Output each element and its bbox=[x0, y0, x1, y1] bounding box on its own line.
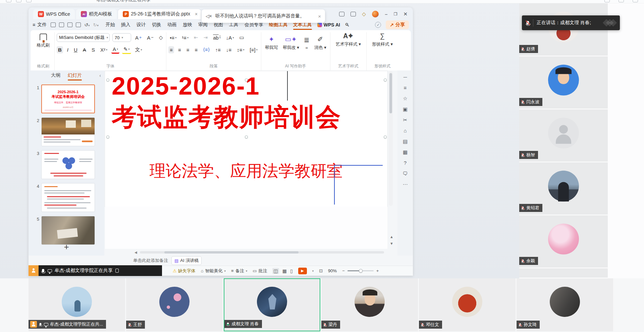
video-tile-presenter[interactable]: 牟杰-成都文理学院正在共... bbox=[29, 278, 125, 331]
justify-button[interactable]: ≡ bbox=[194, 46, 199, 53]
ai-summary-button[interactable]: ≣ = bbox=[302, 36, 311, 50]
screen-cast-icon[interactable] bbox=[339, 12, 344, 16]
slide-thumbnail-5[interactable]: 5 bbox=[29, 215, 104, 246]
selection-handle[interactable] bbox=[245, 135, 248, 139]
increase-indent-icon[interactable]: ⇥ bbox=[202, 34, 209, 41]
tab-wps-office[interactable]: W WPS Office bbox=[33, 9, 75, 19]
highlight-color-button[interactable]: ✎▾ bbox=[122, 46, 131, 54]
redo-icon[interactable]: ↻▾ bbox=[93, 22, 98, 27]
line-spacing-down-button[interactable]: ↓≡ bbox=[225, 46, 233, 53]
fullscreen-icon[interactable] bbox=[633, 0, 638, 2]
ai-revise-button[interactable]: ▭✦ 帮我改 ▾ bbox=[281, 35, 301, 51]
comment-panel-icon[interactable]: 🗨︎ bbox=[403, 171, 408, 176]
print-preview-icon[interactable] bbox=[76, 22, 81, 27]
slideshow-play-button[interactable]: ▶ bbox=[298, 268, 307, 274]
menu-item-design[interactable]: 设计 bbox=[134, 21, 148, 29]
slide-thumbnail-3[interactable]: 3 bbox=[29, 149, 104, 180]
horizontal-scrollbar[interactable] bbox=[140, 251, 384, 254]
zoom-percent[interactable]: 90% bbox=[328, 268, 337, 273]
tab-outline[interactable]: 大纲 bbox=[51, 72, 60, 78]
slide-sorter-icon[interactable]: ▦ bbox=[282, 268, 287, 274]
help-icon[interactable]: ? bbox=[404, 160, 407, 165]
slide-page[interactable]: 2025-2026-1 考试监考教师培训会 理论法学、应用法学教研室 bbox=[105, 71, 387, 207]
slide-thumbnail-1[interactable]: 1 2025-2026-1 考试监考教师培训会 理论法学、应用法学教研室 202… bbox=[29, 83, 104, 115]
account-avatar[interactable] bbox=[372, 11, 379, 17]
strikethrough-button[interactable]: A bbox=[82, 46, 88, 53]
scroll-left-icon[interactable]: ◀ bbox=[135, 251, 137, 254]
comments-button[interactable]: ▭ 批注 bbox=[253, 268, 267, 274]
ai-script-button[interactable]: ▤ AI 演讲稿 bbox=[171, 256, 202, 265]
zoom-out-icon[interactable]: − bbox=[342, 268, 345, 273]
collapse-panel-icon[interactable]: ‹ bbox=[99, 73, 101, 78]
minimize-icon[interactable]: − bbox=[385, 11, 388, 17]
bold-button[interactable]: B bbox=[57, 46, 63, 53]
favorites-star-icon[interactable]: ☆ bbox=[403, 96, 407, 101]
wordart-style-button[interactable]: 𝐀✦ 艺术字样式 ▾ bbox=[332, 32, 364, 47]
print-icon[interactable] bbox=[67, 22, 72, 27]
italic-button[interactable]: I bbox=[66, 46, 70, 53]
menu-item-start[interactable]: 开始 bbox=[103, 21, 117, 29]
distribute-text-button[interactable]: ⟨≡⟩ bbox=[202, 46, 211, 53]
tab-current-document[interactable]: P 25-26-1监考教师培训会.pptx × bbox=[118, 9, 201, 19]
play-options-icon[interactable]: ▾ bbox=[312, 269, 314, 273]
slide-canvas[interactable]: 2025-2026-1 考试监考教师培训会 理论法学、应用法学教研室 ▲ ▼ bbox=[104, 70, 397, 256]
participant-tile[interactable]: 黄绍君 bbox=[519, 162, 608, 215]
ai-write-button[interactable]: ✦ 帮我写 bbox=[263, 35, 280, 51]
search-icon[interactable]: 🔍︎ bbox=[345, 22, 350, 27]
notes-placeholder[interactable]: 单击此处添加备注 bbox=[133, 258, 168, 264]
slide-thumbnail-4[interactable]: 4 bbox=[29, 182, 104, 213]
menu-item-transition[interactable]: 切换 bbox=[150, 21, 164, 29]
cut-tool-icon[interactable]: ✂ bbox=[403, 117, 408, 122]
bookmark-panel-icon[interactable]: ▦ bbox=[403, 150, 408, 155]
ai-polish-button[interactable]: ✐ 润色 ▾ bbox=[313, 35, 328, 51]
text-shadow-button[interactable]: S bbox=[90, 46, 96, 53]
undo-icon[interactable]: ↺▾ bbox=[84, 22, 90, 27]
decrease-font-button[interactable]: A− bbox=[146, 34, 155, 41]
align-right-button[interactable]: ≡ bbox=[185, 46, 191, 53]
meeting-icon[interactable] bbox=[6, 0, 11, 2]
tips-icon[interactable] bbox=[604, 0, 610, 2]
reading-view-icon[interactable]: ▯ bbox=[290, 268, 293, 274]
font-size-select[interactable]: 70 ▾ bbox=[112, 33, 131, 42]
layout-panel-icon[interactable]: ▣ bbox=[403, 107, 408, 112]
toast-close-icon[interactable]: × bbox=[318, 13, 321, 19]
zoom-in-icon[interactable]: + bbox=[376, 268, 379, 273]
layout-icon[interactable] bbox=[26, 0, 32, 2]
selection-handle[interactable] bbox=[245, 78, 248, 81]
participant-tile[interactable]: 余颖 bbox=[519, 215, 608, 268]
align-left-button[interactable]: ≡ bbox=[168, 46, 174, 53]
slide-settings-icon[interactable]: ≡ bbox=[404, 85, 407, 90]
menu-item-slideshow[interactable]: 放映 bbox=[180, 21, 195, 29]
maximize-icon[interactable]: ❐ bbox=[394, 12, 397, 16]
align-center-button[interactable]: ≡ bbox=[177, 46, 182, 53]
underline-button[interactable]: U bbox=[72, 46, 79, 53]
record-icon[interactable] bbox=[16, 0, 21, 2]
slide-title-line1[interactable]: 2025-2026-1 bbox=[112, 72, 260, 100]
clear-format-icon[interactable]: ◇ bbox=[158, 34, 164, 41]
video-tile[interactable]: 邓仕文 bbox=[419, 278, 516, 331]
text-box-icon[interactable]: ▭ bbox=[238, 34, 245, 41]
video-tile[interactable]: 梁丹 bbox=[321, 278, 418, 331]
numbered-list-button[interactable]: ¹≡▾ bbox=[180, 34, 190, 41]
bullet-list-button[interactable]: •≡▾ bbox=[168, 34, 178, 41]
phonetic-guide-button[interactable]: 文▾ bbox=[134, 46, 144, 54]
vertical-text-button[interactable]: ↓A▾ bbox=[225, 34, 235, 41]
previous-slide-icon[interactable]: ▲ bbox=[390, 235, 393, 239]
menu-item-insert[interactable]: 插入 bbox=[119, 21, 133, 29]
tab-rice-ai-templates[interactable]: AI 稻壳AI模板 bbox=[76, 9, 117, 19]
notes-toggle-button[interactable]: ≡ 备注▾ bbox=[231, 268, 247, 274]
slide-title-line2[interactable]: 考试监考教师培训会 bbox=[112, 101, 341, 134]
text-direction-button[interactable]: ab▾ bbox=[212, 34, 222, 41]
close-window-icon[interactable]: ✕ bbox=[403, 11, 408, 17]
format-painter-button[interactable]: 格式刷 bbox=[34, 32, 52, 50]
shape-style-button[interactable]: ∑ 形状样式 ▾ bbox=[369, 32, 396, 47]
chart-panel-icon[interactable]: ▤ bbox=[403, 139, 408, 144]
selection-handle[interactable] bbox=[106, 78, 109, 81]
vip-gem-icon[interactable]: ◇ bbox=[362, 11, 366, 17]
slide-subtitle[interactable]: 理论法学、应用法学教研室 bbox=[105, 160, 387, 182]
font-name-select[interactable]: MiSans Demibold (标题 ▾ bbox=[57, 33, 110, 42]
proofing-check-icon[interactable]: ✓ bbox=[375, 22, 381, 28]
font-color-button[interactable]: A▾ bbox=[111, 46, 119, 54]
participant-tile[interactable]: 闫永波 bbox=[519, 56, 608, 109]
add-slide-button[interactable]: + bbox=[29, 242, 104, 252]
